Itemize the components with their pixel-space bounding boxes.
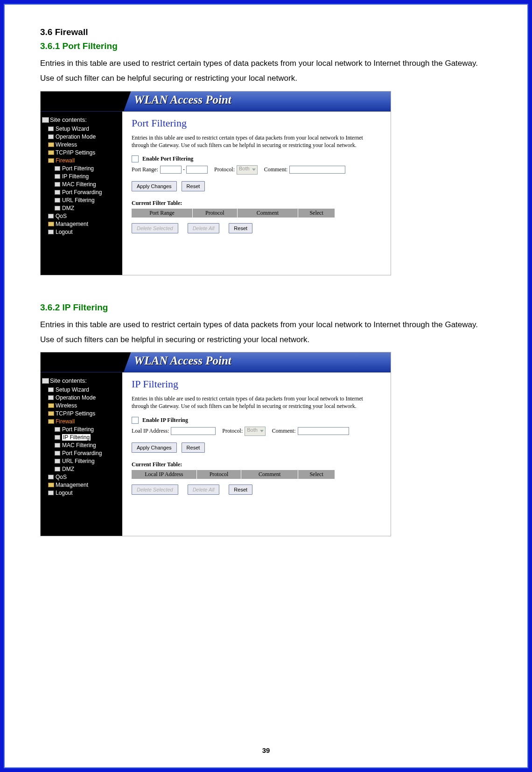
protocol-select[interactable]: Both <box>245 427 266 436</box>
sidebar-sub-url-filtering[interactable]: URL Filtering <box>42 457 120 465</box>
sidebar-sub-port-forwarding[interactable]: Port Forwarding <box>42 189 120 197</box>
port-range-label: Port Range: <box>132 166 158 173</box>
page-number: 39 <box>4 746 528 754</box>
app-banner-title: WLAN Access Point <box>134 354 231 367</box>
th-protocol: Protocol <box>196 470 241 479</box>
sidebar-item-management[interactable]: Management <box>42 220 120 228</box>
local-ip-label: Loal IP Address: <box>132 428 169 435</box>
th-comment: Comment <box>241 470 298 479</box>
doc-paragraph-ip-filtering: Entries in this table are used to restri… <box>40 317 492 348</box>
doc-heading-1: 3.6 Firewall <box>40 27 492 37</box>
protocol-label: Protocol: <box>214 166 235 173</box>
enable-ip-filtering-label: Enable IP Filtering <box>142 417 188 424</box>
comment-input[interactable] <box>289 166 345 174</box>
sidebar-item-setup-wizard[interactable]: Setup Wizard <box>42 125 120 133</box>
sidebar-header: Site contents: <box>42 116 120 123</box>
sidebar-item-qos[interactable]: QoS <box>42 473 120 481</box>
filter-table: Local IP Address Protocol Comment Select <box>132 470 335 479</box>
protocol-select[interactable]: Both <box>237 165 258 175</box>
filter-table-caption: Current Filter Table: <box>132 461 382 468</box>
delete-selected-button[interactable]: Delete Selected <box>132 484 178 495</box>
sidebar-sub-port-forwarding[interactable]: Port Forwarding <box>42 449 120 457</box>
th-port-range: Port Range <box>132 209 193 218</box>
sidebar-item-logout[interactable]: Logout <box>42 489 120 497</box>
delete-all-button[interactable]: Delete All <box>188 223 220 233</box>
doc-heading-2-ip-filtering: 3.6.2 IP Filtering <box>40 302 492 313</box>
port-range-to-input[interactable] <box>186 166 208 174</box>
app-banner: WLAN Access Point <box>41 91 391 112</box>
content-pane: IP Filtering Entries in this table are u… <box>122 372 391 536</box>
sidebar-item-operation-mode[interactable]: Operation Mode <box>42 394 120 402</box>
enable-port-filtering-label: Enable Port Filtering <box>142 155 193 162</box>
reset-table-button[interactable]: Reset <box>229 223 252 233</box>
sidebar-sub-mac-filtering[interactable]: MAC Filtering <box>42 442 120 449</box>
sidebar-item-wireless[interactable]: Wireless <box>42 141 120 149</box>
filter-table-caption: Current Filter Table: <box>132 200 382 207</box>
sidebar-sub-port-filtering[interactable]: Port Filtering <box>42 426 120 434</box>
sidebar-item-firewall[interactable]: Firewall <box>42 418 120 426</box>
sidebar-item-logout[interactable]: Logout <box>42 228 120 236</box>
comment-label: Comment: <box>272 428 296 435</box>
comment-input[interactable] <box>298 427 349 435</box>
th-protocol: Protocol <box>193 209 238 218</box>
sidebar-item-operation-mode[interactable]: Operation Mode <box>42 133 120 141</box>
sidebar-sub-port-filtering[interactable]: Port Filtering <box>42 165 120 173</box>
sidebar-header: Site contents: <box>42 377 120 384</box>
sidebar-item-tcpip[interactable]: TCP/IP Settings <box>42 149 120 157</box>
sidebar-sub-ip-filtering[interactable]: IP Filtering <box>42 434 120 442</box>
doc-paragraph-port-filtering: Entries in this table are used to restri… <box>40 56 492 86</box>
apply-changes-button[interactable]: Apply Changes <box>132 442 177 453</box>
sidebar: Site contents: Setup Wizard Operation Mo… <box>41 112 122 275</box>
sidebar-sub-mac-filtering[interactable]: MAC Filtering <box>42 181 120 189</box>
sidebar-sub-dmz[interactable]: DMZ <box>42 204 120 212</box>
comment-label: Comment: <box>264 166 288 173</box>
sidebar-item-management[interactable]: Management <box>42 481 120 489</box>
sidebar-item-firewall[interactable]: Firewall <box>42 157 120 165</box>
page-title: Port Filtering <box>132 117 382 129</box>
th-select: Select <box>298 470 335 479</box>
reset-table-button[interactable]: Reset <box>229 484 252 495</box>
protocol-label: Protocol: <box>222 428 243 435</box>
screenshot-ip-filtering: WLAN Access Point Site contents: Setup W… <box>40 352 391 536</box>
sidebar-sub-dmz[interactable]: DMZ <box>42 465 120 473</box>
sidebar-item-qos[interactable]: QoS <box>42 212 120 220</box>
screenshot-port-filtering: WLAN Access Point Site contents: Setup W… <box>40 91 391 275</box>
reset-button[interactable]: Reset <box>182 442 205 453</box>
app-banner: WLAN Access Point <box>41 352 391 372</box>
sidebar-item-tcpip[interactable]: TCP/IP Settings <box>42 410 120 418</box>
port-range-from-input[interactable] <box>160 166 182 174</box>
sidebar-sub-ip-filtering[interactable]: IP Filtering <box>42 173 120 181</box>
delete-all-button[interactable]: Delete All <box>188 484 220 495</box>
app-banner-title: WLAN Access Point <box>134 93 231 106</box>
enable-port-filtering-checkbox[interactable] <box>132 155 139 162</box>
sidebar-item-setup-wizard[interactable]: Setup Wizard <box>42 386 120 394</box>
content-pane: Port Filtering Entries in this table are… <box>122 112 391 275</box>
th-select: Select <box>298 209 335 218</box>
apply-changes-button[interactable]: Apply Changes <box>132 181 177 191</box>
sidebar: Site contents: Setup Wizard Operation Mo… <box>41 372 122 536</box>
page-intro: Entries in this table are used to restri… <box>132 395 365 410</box>
page-intro: Entries in this table are used to restri… <box>132 134 365 149</box>
doc-heading-2-port-filtering: 3.6.1 Port Filtering <box>40 41 492 51</box>
page-title: IP Filtering <box>132 378 382 390</box>
reset-button[interactable]: Reset <box>182 181 205 191</box>
sidebar-item-wireless[interactable]: Wireless <box>42 402 120 410</box>
delete-selected-button[interactable]: Delete Selected <box>132 223 178 233</box>
filter-table: Port Range Protocol Comment Select <box>132 209 335 218</box>
local-ip-input[interactable] <box>171 427 216 435</box>
th-local-ip: Local IP Address <box>132 470 196 479</box>
sidebar-sub-url-filtering[interactable]: URL Filtering <box>42 197 120 204</box>
enable-ip-filtering-checkbox[interactable] <box>132 417 139 424</box>
th-comment: Comment <box>237 209 298 218</box>
